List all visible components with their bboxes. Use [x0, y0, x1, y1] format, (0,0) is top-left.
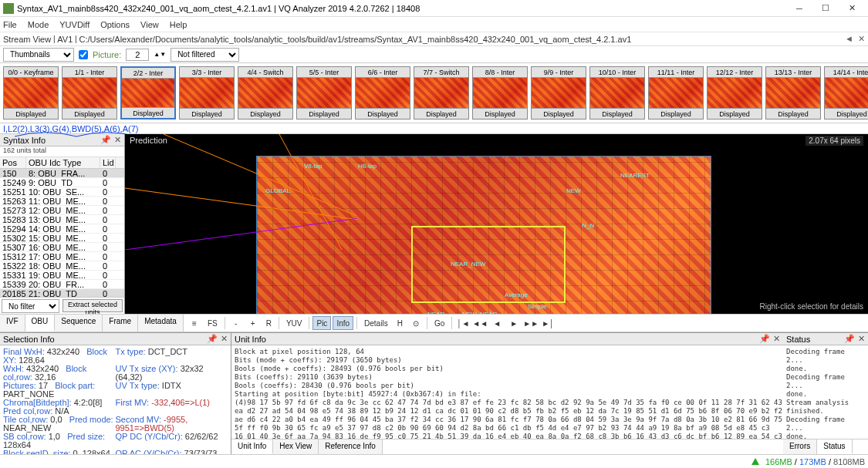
table-row[interactable]: 1533119: OBU_ME...0 — [0, 271, 124, 280]
table-row[interactable]: 1530716: OBU_ME...0 — [0, 243, 124, 252]
thumbnail[interactable]: 5/5 - InterDisplayed — [296, 66, 352, 120]
pane-close-icon[interactable]: ✕ — [221, 334, 228, 344]
thumbnail[interactable]: 12/12 - InterDisplayed — [707, 66, 762, 120]
menu-options[interactable]: Options — [100, 20, 130, 29]
thumb-image — [62, 78, 117, 108]
filter-select[interactable]: Not filtered — [171, 48, 239, 62]
table-row[interactable]: 1532218: OBU_ME...0 — [0, 261, 124, 271]
picture-input[interactable] — [126, 49, 149, 61]
crumb-prev-icon[interactable]: ◄ — [845, 34, 853, 44]
pane-close-icon[interactable]: ✕ — [858, 334, 865, 344]
crumb-codec[interactable]: AV1 — [57, 35, 73, 44]
menu-help[interactable]: Help — [170, 20, 187, 29]
subtab-reference[interactable]: Reference Info — [319, 439, 383, 454]
minimize-button[interactable]: ─ — [786, 1, 812, 16]
thumbnail[interactable]: 0/0 - KeyframeDisplayed — [3, 66, 59, 120]
first-icon[interactable]: │◄ — [455, 316, 471, 330]
unit-info-body[interactable]: Block at pixel position 128, 64 Bits (mo… — [231, 345, 783, 439]
thumbnail[interactable]: 13/13 - InterDisplayed — [765, 66, 821, 120]
thumbnail[interactable]: 9/9 - InterDisplayed — [531, 66, 586, 120]
subtab-status[interactable]: Status — [817, 439, 852, 454]
status-title: Status — [786, 335, 810, 344]
selected-block[interactable] — [411, 226, 566, 303]
breadcrumb: Stream View | AV1 | C:/Users/Alexander/D… — [0, 32, 868, 46]
prev-icon[interactable]: ◄ — [489, 316, 505, 330]
thumbnail[interactable]: 8/8 - InterDisplayed — [472, 66, 528, 120]
last-icon[interactable]: ►│ — [540, 316, 556, 330]
gop-line: I,L2(2),L3(3),G(4),BWD(5),A(6),A(7) — [0, 123, 868, 134]
thumbnail[interactable]: 3/3 - InterDisplayed — [179, 66, 235, 120]
pin-icon[interactable]: 📌 — [759, 334, 770, 344]
pic-button[interactable]: Pic — [312, 316, 331, 330]
go-button[interactable]: Go — [431, 316, 448, 330]
thumbnail[interactable]: 14/14 - InterDisplayed — [824, 66, 868, 120]
picture-spinner-icon[interactable]: ▲▼ — [154, 51, 166, 58]
thumbnail[interactable]: 1/1 - InterDisplayed — [62, 66, 117, 120]
reset-button[interactable]: R — [262, 316, 275, 330]
next-icon[interactable]: ► — [506, 316, 522, 330]
table-row[interactable]: 1528313: OBU_ME...0 — [0, 215, 124, 224]
thumbnail[interactable]: 4/4 - SwitchDisplayed — [238, 66, 293, 120]
h-button[interactable]: H — [393, 316, 407, 330]
picture-checkbox[interactable] — [79, 50, 88, 59]
tab-sequence[interactable]: Sequence — [55, 315, 103, 332]
subtab-errors[interactable]: Errors — [783, 439, 817, 454]
thumbnail[interactable]: 6/6 - InterDisplayed — [355, 66, 410, 120]
details-button[interactable]: Details — [360, 316, 392, 330]
thumb-footer: Displayed — [708, 108, 762, 119]
extract-button[interactable]: Extract selected units — [62, 299, 123, 312]
pin-icon[interactable]: 📌 — [844, 334, 855, 344]
table-row[interactable]: 152499: OBU_TD0 — [0, 178, 124, 187]
tab-metadata[interactable]: Metadata — [138, 315, 184, 332]
hamburger-icon[interactable]: ≡ — [187, 316, 202, 330]
yuv-button[interactable]: YUV — [282, 316, 306, 330]
table-row[interactable]: 1508: OBU_FRA...0 — [0, 169, 124, 178]
table-row[interactable]: 2018521: OBU_TD0 — [0, 289, 124, 297]
subtab-hex-view[interactable]: Hex View — [273, 439, 319, 454]
tab-obu[interactable]: OBU — [25, 315, 56, 332]
crumb-close-icon[interactable]: ✕ — [858, 34, 865, 44]
thumb-header: 9/9 - Inter — [532, 67, 586, 78]
menu-file[interactable]: File — [3, 20, 17, 29]
menu-mode[interactable]: Mode — [28, 20, 49, 29]
subtab-unit-info[interactable]: Unit Info — [231, 439, 273, 454]
info-button[interactable]: Info — [333, 316, 353, 330]
table-row[interactable]: 1530215: OBU_ME...0 — [0, 234, 124, 243]
zoom-in-button[interactable]: + — [245, 316, 261, 330]
maximize-button[interactable]: ☐ — [812, 1, 839, 16]
mv-overlay — [125, 134, 356, 250]
thumb-footer: Displayed — [297, 108, 351, 119]
status-body: Decoding frame 2... done. Decoding frame… — [783, 345, 868, 439]
table-row[interactable]: 1533920: OBU_FR...0 — [0, 280, 124, 289]
crumb-stream[interactable]: Stream View — [3, 35, 51, 44]
menu-yuvdiff[interactable]: YUVDiff — [59, 20, 90, 29]
menu-view[interactable]: View — [140, 20, 159, 29]
svg-line-0 — [125, 188, 356, 250]
table-row[interactable]: 1527312: OBU_ME...0 — [0, 206, 124, 215]
gop-arrow-icon — [15, 130, 138, 137]
fullscreen-button[interactable]: FS — [204, 316, 221, 330]
thumb-footer: Displayed — [414, 108, 468, 119]
prediction-view[interactable]: Prediction 2.07x 64 pixels Right-click s… — [125, 134, 868, 314]
prev-fast-icon[interactable]: ◄◄ — [472, 316, 488, 330]
tab-frame[interactable]: Frame — [103, 315, 138, 332]
table-row[interactable]: 1531217: OBU_ME...0 — [0, 252, 124, 261]
table-row[interactable]: 1525110: OBU_SE...0 — [0, 187, 124, 197]
close-button[interactable]: ✕ — [839, 1, 865, 16]
thumbnail[interactable]: 11/11 - InterDisplayed — [648, 66, 704, 120]
thumbnails-select[interactable]: Thumbnails — [3, 48, 74, 62]
tab-ivf[interactable]: IVF — [0, 315, 25, 332]
table-row[interactable]: 1526311: OBU_ME...0 — [0, 197, 124, 206]
thumbnail[interactable]: 7/7 - SwitchDisplayed — [414, 66, 469, 120]
pane-close-icon[interactable]: ✕ — [773, 334, 780, 344]
syntax-table[interactable]: Pos OBU Idc Type Lid 1508: OBU_FRA...015… — [0, 157, 124, 297]
thumbnail[interactable]: 10/10 - InterDisplayed — [589, 66, 645, 120]
zoom-out-button[interactable]: - — [228, 316, 244, 330]
target-icon[interactable]: ⊙ — [408, 316, 424, 330]
table-row[interactable]: 1529414: OBU_ME...0 — [0, 224, 124, 234]
no-filter-select[interactable]: No filter — [2, 299, 59, 313]
thumb-footer: Displayed — [62, 108, 117, 119]
thumbnail[interactable]: 2/2 - InterDisplayed — [120, 66, 176, 120]
pin-icon[interactable]: 📌 — [207, 334, 218, 344]
next-fast-icon[interactable]: ►► — [523, 316, 539, 330]
